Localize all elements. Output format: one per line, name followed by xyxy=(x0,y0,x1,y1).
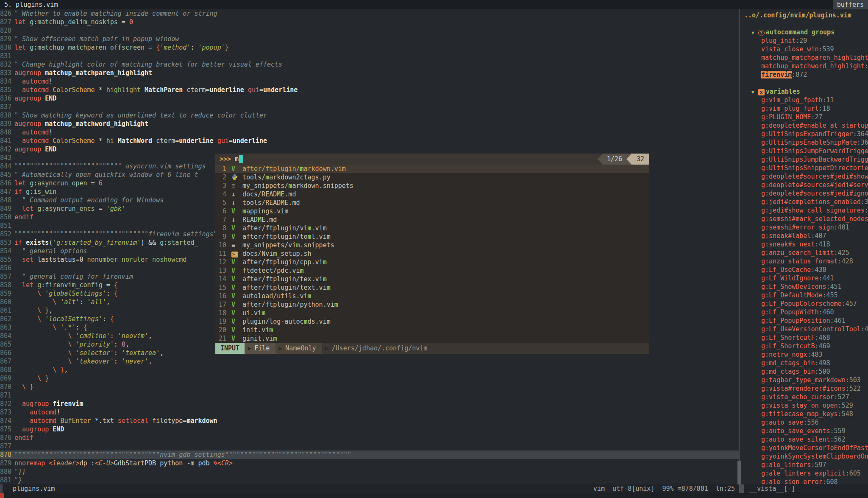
vista-tag-item[interactable]: g:Lf_WildIgnore:441 xyxy=(740,274,868,283)
vista-tag-item[interactable]: g:vista_echo_cursor:527 xyxy=(740,393,868,401)
chevron-down-icon[interactable]: ▼ xyxy=(751,30,754,36)
vista-tag-item[interactable]: g:deoplete#enable_at_startup: xyxy=(740,121,868,130)
vista-tag-item[interactable]: g:UltiSnipsEnableSnipMate:36 xyxy=(740,138,868,147)
tag-name: g:sneak#s_next xyxy=(761,241,815,248)
matched-char: m xyxy=(300,267,303,274)
vista-tag-item[interactable]: matchup_matchparen_highlight: xyxy=(740,53,868,62)
vista-section-header[interactable]: ▼xvariables xyxy=(740,87,868,96)
file-list-item[interactable]: 5↓tools/README.md xyxy=(215,199,649,207)
tag-name: g:UltiSnipsJumpForwardTrigge xyxy=(761,147,868,155)
vista-tag-item[interactable]: firenvim:872 xyxy=(740,70,868,79)
vista-tag-item[interactable]: g:UltiSnipsJumpBackwardTrigg: xyxy=(740,155,868,164)
vista-tag-item[interactable]: g:titlecase_map_keys:548 xyxy=(740,410,868,418)
vista-tag-item[interactable]: g:deoplete#sources#jedi#igno: xyxy=(740,189,868,198)
line-number: 829 xyxy=(0,35,14,43)
vista-tag-item[interactable]: g:Lf_UseCache:438 xyxy=(740,266,868,274)
file-list-item[interactable]: 17Vafter/ftplugin/python.vim xyxy=(215,300,649,309)
chevron-down-icon[interactable]: ▼ xyxy=(751,90,754,95)
vista-tag-item[interactable]: g:sneak#label:407 xyxy=(740,232,868,240)
code-text: let g:matchup_delim_noskips = 0 xyxy=(14,18,133,26)
file-list-item[interactable]: 4↓docs/README.md xyxy=(215,190,649,199)
vista-tag-item[interactable]: g:ale_linters_explicit:605 xyxy=(740,469,868,478)
line-number: 867 xyxy=(0,357,14,366)
vista-tag-item[interactable]: g:anzu_search_limit:425 xyxy=(740,249,868,257)
file-list-item[interactable]: 10≡my_snippets/vim.snippets xyxy=(215,241,649,249)
code-text: autocmd ColorScheme * highlight MatchPar… xyxy=(14,86,298,94)
vista-tag-item[interactable]: g:semshi#mark_selected_nodes: xyxy=(740,215,868,223)
file-list-item[interactable]: 16Vautoload/utils.vim xyxy=(215,292,649,300)
tab-buffers-label[interactable]: buffers xyxy=(833,0,868,9)
vista-tag-item[interactable]: g:Lf_ShowDevIcons:451 xyxy=(740,283,868,291)
vista-tag-item[interactable]: g:auto_save_silent:562 xyxy=(740,435,868,444)
code-line: 878"""""""""""""""""""""""""""""""""""""… xyxy=(0,450,739,459)
vista-tag-item[interactable]: g:deoplete#sources#jedi#serv: xyxy=(740,181,868,189)
vista-tag-item[interactable]: vista_close_win:539 xyxy=(740,45,868,53)
tag-name: matchup_matchword_highlight xyxy=(761,62,865,70)
file-list-item[interactable]: 21Vginit.vim xyxy=(215,334,649,343)
vista-tag-item[interactable]: g:ale_linters:597 xyxy=(740,461,868,469)
vim-file-icon: V xyxy=(231,301,235,308)
vista-tag-item[interactable]: g:Lf_ShortcutF:468 xyxy=(740,333,868,342)
vista-tag-item[interactable]: g:Lf_DefaultMode:455 xyxy=(740,291,868,299)
vista-tag-item[interactable]: g:anzu_status_format:428 xyxy=(740,257,868,266)
vista-tag-item[interactable]: g:UltiSnipsSnippetDirectorie: xyxy=(740,164,868,172)
vista-tag-item[interactable]: g:yoinkMoveCursorToEndOfPast: xyxy=(740,444,868,452)
vista-tag-item[interactable]: plug_init:20 xyxy=(740,36,868,45)
vim-file-icon: V xyxy=(231,326,235,334)
file-list-item[interactable]: 13Vftdetect/pdc.vim xyxy=(215,266,649,275)
vista-tag-item[interactable]: g:Lf_ShortcutB:469 xyxy=(740,342,868,350)
code-text: augroup firenvim xyxy=(14,400,83,408)
file-list-item[interactable]: 3≡my_snippets/markdown.snippets xyxy=(215,182,649,190)
vista-tag-item[interactable]: g:ale_sign_error:608 xyxy=(740,478,868,484)
file-list-item[interactable]: 14Vafter/ftplugin/tex.vim xyxy=(215,275,649,283)
cwd-segment: ▶/Users/jdhao/.config/nvim xyxy=(322,343,649,354)
fuzzy-finder-prompt[interactable]: >>> m 1/26 32 xyxy=(215,154,649,165)
vista-tag-item[interactable]: g:auto_save_events:559 xyxy=(740,427,868,435)
file-list-item[interactable]: 8Vafter/ftplugin/vim.vim xyxy=(215,224,649,232)
file-list-item[interactable]: 1Vafter/ftplugin/markdown.vim xyxy=(215,165,649,173)
file-list-item[interactable]: 12Vafter/ftplugin/cpp.vim xyxy=(215,258,649,266)
file-list-item[interactable]: 2tools/markdown2ctags.py xyxy=(215,173,649,182)
code-line: 872 augroup firenvim xyxy=(0,400,739,408)
vista-tag-item[interactable]: g:PLUGIN_HOME:27 xyxy=(740,113,868,121)
vista-tag-item[interactable]: g:Lf_PopupPosition:461 xyxy=(740,316,868,325)
vista-tag-item[interactable]: g:netrw_nogx:483 xyxy=(740,350,868,359)
tag-line-number: :401 xyxy=(834,224,849,231)
vista-tag-item[interactable]: g:vista#renderer#icons:522 xyxy=(740,384,868,393)
file-list-item[interactable]: 18Vui.vim xyxy=(215,309,649,317)
file-list-item[interactable]: 6Vmappings.vim xyxy=(215,207,649,215)
vista-tag-item[interactable]: g:deoplete#sources#jedi#show: xyxy=(740,172,868,181)
vista-tag-item[interactable]: g:yoinkSyncSystemClipboardOn: xyxy=(740,452,868,461)
code-text: " general config for firenvim xyxy=(14,272,133,281)
vista-tag-item[interactable]: g:vim_plug_furl:18 xyxy=(740,104,868,113)
vista-tag-item[interactable]: g:Lf_PopupColorscheme:457 xyxy=(740,299,868,308)
tag-name: g:anzu_status_format xyxy=(761,257,838,265)
vista-tag-item[interactable]: g:vim_plug_fpath:11 xyxy=(740,96,868,104)
file-list-item[interactable]: 20Vinit.vim xyxy=(215,326,649,334)
file-list-item[interactable]: 15Vafter/ftplugin/text.vim xyxy=(215,283,649,292)
vista-tag-item[interactable]: g:Lf_PopupWidth:460 xyxy=(740,308,868,316)
vista-tag-item[interactable]: g:md_ctags_bin:500 xyxy=(740,367,868,376)
vista-tag-item[interactable]: g:UltiSnipsExpandTrigger:364 xyxy=(740,130,868,138)
vista-tag-item[interactable]: g:semshi#error_sign:401 xyxy=(740,223,868,232)
vista-tag-item[interactable]: g:vista_stay_on_open:529 xyxy=(740,401,868,410)
vista-tag-item[interactable]: g:auto_save:556 xyxy=(740,418,868,427)
file-list-item[interactable]: 9Vafter/ftplugin/toml.vim xyxy=(215,232,649,241)
vista-tag-item[interactable]: g:Lf_UseVersionControlTool:4 xyxy=(740,325,868,333)
vista-tag-item[interactable]: g:tagbar_type_markdown:503 xyxy=(740,376,868,384)
vista-tag-item[interactable]: g:jedi#completions_enabled:3 xyxy=(740,198,868,206)
vista-tag-item[interactable]: matchup_matchword_highlight: xyxy=(740,62,868,70)
file-list-item[interactable]: 11>_docs/Nvim_setup.sh xyxy=(215,249,649,258)
fuzzy-search-input[interactable]: m xyxy=(235,155,239,163)
vista-section-header[interactable]: ▼?autocommand groups xyxy=(740,28,868,36)
vista-tag-item[interactable]: g:sneak#s_next:418 xyxy=(740,240,868,249)
vista-tag-item[interactable]: g:md_ctags_bin:498 xyxy=(740,359,868,367)
command-line[interactable] xyxy=(0,493,868,498)
window-separator[interactable] xyxy=(739,9,740,484)
file-list-item[interactable]: 19Vplugin/log-autocmds.vim xyxy=(215,317,649,326)
file-list-item[interactable]: 7↓README.md xyxy=(215,215,649,224)
vista-tag-item[interactable]: g:jedi#show_call_signatures: xyxy=(740,206,868,215)
vista-tag-item[interactable]: g:UltiSnipsJumpForwardTrigge: xyxy=(740,147,868,155)
code-text: if g:is_win xyxy=(14,187,56,196)
tab-current-buffer[interactable]: 5. plugins.vim xyxy=(0,0,62,9)
